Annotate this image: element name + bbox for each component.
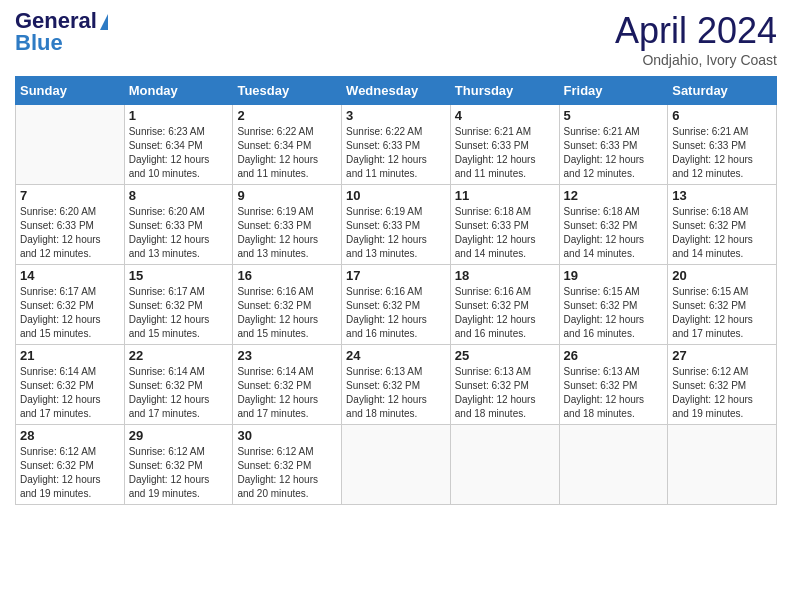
- calendar-cell: 9Sunrise: 6:19 AMSunset: 6:33 PMDaylight…: [233, 185, 342, 265]
- day-info: Sunrise: 6:20 AMSunset: 6:33 PMDaylight:…: [20, 205, 120, 261]
- calendar-header-row: SundayMondayTuesdayWednesdayThursdayFrid…: [16, 77, 777, 105]
- day-info: Sunrise: 6:14 AMSunset: 6:32 PMDaylight:…: [129, 365, 229, 421]
- calendar-cell: 18Sunrise: 6:16 AMSunset: 6:32 PMDayligh…: [450, 265, 559, 345]
- day-info: Sunrise: 6:22 AMSunset: 6:34 PMDaylight:…: [237, 125, 337, 181]
- calendar-cell: 24Sunrise: 6:13 AMSunset: 6:32 PMDayligh…: [342, 345, 451, 425]
- calendar-cell: 22Sunrise: 6:14 AMSunset: 6:32 PMDayligh…: [124, 345, 233, 425]
- day-info: Sunrise: 6:17 AMSunset: 6:32 PMDaylight:…: [129, 285, 229, 341]
- day-info: Sunrise: 6:13 AMSunset: 6:32 PMDaylight:…: [564, 365, 664, 421]
- day-number: 12: [564, 188, 664, 203]
- calendar-week-row: 21Sunrise: 6:14 AMSunset: 6:32 PMDayligh…: [16, 345, 777, 425]
- day-number: 4: [455, 108, 555, 123]
- day-header: Sunday: [16, 77, 125, 105]
- day-header: Thursday: [450, 77, 559, 105]
- calendar-cell: 12Sunrise: 6:18 AMSunset: 6:32 PMDayligh…: [559, 185, 668, 265]
- day-info: Sunrise: 6:13 AMSunset: 6:32 PMDaylight:…: [346, 365, 446, 421]
- calendar-cell: 1Sunrise: 6:23 AMSunset: 6:34 PMDaylight…: [124, 105, 233, 185]
- day-info: Sunrise: 6:15 AMSunset: 6:32 PMDaylight:…: [672, 285, 772, 341]
- calendar-cell: 19Sunrise: 6:15 AMSunset: 6:32 PMDayligh…: [559, 265, 668, 345]
- calendar-cell: 29Sunrise: 6:12 AMSunset: 6:32 PMDayligh…: [124, 425, 233, 505]
- calendar-cell: 20Sunrise: 6:15 AMSunset: 6:32 PMDayligh…: [668, 265, 777, 345]
- day-number: 8: [129, 188, 229, 203]
- day-info: Sunrise: 6:21 AMSunset: 6:33 PMDaylight:…: [672, 125, 772, 181]
- logo: General Blue: [15, 10, 108, 54]
- calendar-cell: 25Sunrise: 6:13 AMSunset: 6:32 PMDayligh…: [450, 345, 559, 425]
- logo-text: General: [15, 10, 108, 32]
- day-number: 2: [237, 108, 337, 123]
- day-number: 10: [346, 188, 446, 203]
- day-header: Wednesday: [342, 77, 451, 105]
- day-number: 23: [237, 348, 337, 363]
- calendar-week-row: 1Sunrise: 6:23 AMSunset: 6:34 PMDaylight…: [16, 105, 777, 185]
- calendar-table: SundayMondayTuesdayWednesdayThursdayFrid…: [15, 76, 777, 505]
- day-number: 3: [346, 108, 446, 123]
- day-info: Sunrise: 6:19 AMSunset: 6:33 PMDaylight:…: [346, 205, 446, 261]
- calendar-cell: 23Sunrise: 6:14 AMSunset: 6:32 PMDayligh…: [233, 345, 342, 425]
- day-number: 9: [237, 188, 337, 203]
- day-info: Sunrise: 6:18 AMSunset: 6:32 PMDaylight:…: [672, 205, 772, 261]
- calendar-title: April 2024: [615, 10, 777, 52]
- location: Ondjahio, Ivory Coast: [615, 52, 777, 68]
- calendar-cell: 3Sunrise: 6:22 AMSunset: 6:33 PMDaylight…: [342, 105, 451, 185]
- calendar-body: 1Sunrise: 6:23 AMSunset: 6:34 PMDaylight…: [16, 105, 777, 505]
- title-block: April 2024 Ondjahio, Ivory Coast: [615, 10, 777, 68]
- day-info: Sunrise: 6:17 AMSunset: 6:32 PMDaylight:…: [20, 285, 120, 341]
- day-number: 7: [20, 188, 120, 203]
- day-info: Sunrise: 6:20 AMSunset: 6:33 PMDaylight:…: [129, 205, 229, 261]
- day-info: Sunrise: 6:14 AMSunset: 6:32 PMDaylight:…: [20, 365, 120, 421]
- day-number: 25: [455, 348, 555, 363]
- day-number: 22: [129, 348, 229, 363]
- day-number: 18: [455, 268, 555, 283]
- day-number: 21: [20, 348, 120, 363]
- day-info: Sunrise: 6:16 AMSunset: 6:32 PMDaylight:…: [346, 285, 446, 341]
- day-header: Tuesday: [233, 77, 342, 105]
- day-info: Sunrise: 6:12 AMSunset: 6:32 PMDaylight:…: [20, 445, 120, 501]
- day-number: 11: [455, 188, 555, 203]
- day-info: Sunrise: 6:12 AMSunset: 6:32 PMDaylight:…: [237, 445, 337, 501]
- calendar-cell: 10Sunrise: 6:19 AMSunset: 6:33 PMDayligh…: [342, 185, 451, 265]
- calendar-cell: 17Sunrise: 6:16 AMSunset: 6:32 PMDayligh…: [342, 265, 451, 345]
- day-header: Saturday: [668, 77, 777, 105]
- calendar-cell: 4Sunrise: 6:21 AMSunset: 6:33 PMDaylight…: [450, 105, 559, 185]
- calendar-cell: 2Sunrise: 6:22 AMSunset: 6:34 PMDaylight…: [233, 105, 342, 185]
- calendar-cell: 16Sunrise: 6:16 AMSunset: 6:32 PMDayligh…: [233, 265, 342, 345]
- day-info: Sunrise: 6:18 AMSunset: 6:32 PMDaylight:…: [564, 205, 664, 261]
- day-info: Sunrise: 6:16 AMSunset: 6:32 PMDaylight:…: [237, 285, 337, 341]
- calendar-cell: [450, 425, 559, 505]
- day-number: 19: [564, 268, 664, 283]
- calendar-cell: 7Sunrise: 6:20 AMSunset: 6:33 PMDaylight…: [16, 185, 125, 265]
- day-header: Friday: [559, 77, 668, 105]
- day-info: Sunrise: 6:19 AMSunset: 6:33 PMDaylight:…: [237, 205, 337, 261]
- calendar-cell: 30Sunrise: 6:12 AMSunset: 6:32 PMDayligh…: [233, 425, 342, 505]
- logo-blue: Blue: [15, 30, 63, 55]
- calendar-cell: 14Sunrise: 6:17 AMSunset: 6:32 PMDayligh…: [16, 265, 125, 345]
- day-info: Sunrise: 6:18 AMSunset: 6:33 PMDaylight:…: [455, 205, 555, 261]
- day-number: 26: [564, 348, 664, 363]
- day-number: 6: [672, 108, 772, 123]
- day-info: Sunrise: 6:23 AMSunset: 6:34 PMDaylight:…: [129, 125, 229, 181]
- day-info: Sunrise: 6:14 AMSunset: 6:32 PMDaylight:…: [237, 365, 337, 421]
- day-number: 27: [672, 348, 772, 363]
- calendar-cell: 13Sunrise: 6:18 AMSunset: 6:32 PMDayligh…: [668, 185, 777, 265]
- calendar-week-row: 7Sunrise: 6:20 AMSunset: 6:33 PMDaylight…: [16, 185, 777, 265]
- calendar-cell: 28Sunrise: 6:12 AMSunset: 6:32 PMDayligh…: [16, 425, 125, 505]
- day-number: 13: [672, 188, 772, 203]
- calendar-cell: [559, 425, 668, 505]
- calendar-cell: 15Sunrise: 6:17 AMSunset: 6:32 PMDayligh…: [124, 265, 233, 345]
- day-info: Sunrise: 6:16 AMSunset: 6:32 PMDaylight:…: [455, 285, 555, 341]
- day-number: 30: [237, 428, 337, 443]
- calendar-cell: 8Sunrise: 6:20 AMSunset: 6:33 PMDaylight…: [124, 185, 233, 265]
- calendar-cell: 27Sunrise: 6:12 AMSunset: 6:32 PMDayligh…: [668, 345, 777, 425]
- calendar-cell: 26Sunrise: 6:13 AMSunset: 6:32 PMDayligh…: [559, 345, 668, 425]
- day-header: Monday: [124, 77, 233, 105]
- day-number: 20: [672, 268, 772, 283]
- day-number: 28: [20, 428, 120, 443]
- day-number: 16: [237, 268, 337, 283]
- day-number: 15: [129, 268, 229, 283]
- day-number: 14: [20, 268, 120, 283]
- calendar-cell: 11Sunrise: 6:18 AMSunset: 6:33 PMDayligh…: [450, 185, 559, 265]
- day-info: Sunrise: 6:21 AMSunset: 6:33 PMDaylight:…: [564, 125, 664, 181]
- day-info: Sunrise: 6:15 AMSunset: 6:32 PMDaylight:…: [564, 285, 664, 341]
- day-info: Sunrise: 6:12 AMSunset: 6:32 PMDaylight:…: [129, 445, 229, 501]
- day-number: 1: [129, 108, 229, 123]
